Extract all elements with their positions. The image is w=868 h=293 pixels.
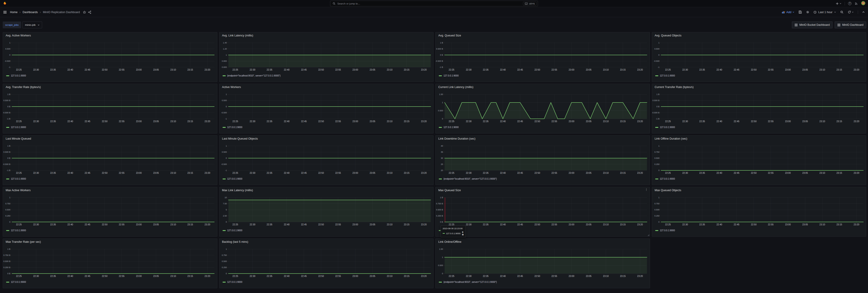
user-avatar[interactable] — [861, 1, 865, 6]
legend-series-label[interactable]: {endpoint="localhost:9010", server="127.… — [227, 74, 281, 77]
legend-series-label[interactable]: 127.0.0.1:9000 — [227, 281, 243, 283]
dashboard-settings-button[interactable] — [806, 10, 809, 14]
legend-series-label[interactable]: 127.0.0.1:9000 — [11, 281, 26, 283]
legend-series-color[interactable] — [655, 75, 658, 76]
favorite-star-button[interactable] — [83, 11, 86, 14]
x-axis-tick-label: 22:35 — [483, 275, 489, 278]
legend-series-label[interactable]: {endpoint="localhost:9010", server="127.… — [443, 281, 497, 283]
x-axis-tick-label: 22:25 — [232, 120, 238, 123]
legend-series-label[interactable]: 127.0.0.1:9000 — [11, 126, 26, 129]
panel-menu-button[interactable]: ⋮ — [645, 188, 648, 191]
legend-series-color[interactable] — [6, 75, 9, 76]
x-axis-tick-label: 22:25 — [449, 69, 454, 71]
breadcrumb-home[interactable]: Home — [10, 11, 18, 14]
variable-label: scrape_jobs — [3, 22, 21, 28]
panel-chart[interactable]: 1.5010.500022:2522:3022:3522:4022:4522:5… — [436, 90, 650, 124]
x-axis-tick-label: 23:20 — [421, 223, 427, 226]
legend-series-label[interactable]: 127.0.0.1:9000 — [660, 229, 675, 232]
panel-chart[interactable]: 403530252022:2522:3022:3522:4022:4522:50… — [436, 141, 650, 175]
y-axis-tick-label: -1 B — [7, 169, 10, 171]
collapse-toolbar-button[interactable] — [862, 11, 865, 13]
legend-series-color[interactable] — [222, 230, 226, 231]
y-axis-tick-label: 0.750 — [222, 254, 227, 256]
legend-series-label[interactable]: 127.0.0.1:9000 — [227, 177, 243, 180]
legend-series-label[interactable]: 127.0.0.1:9000 — [660, 74, 675, 77]
panel-chart[interactable]: 1 B0.500 B0 B-0.500 B-1 B22:2522:3022:35… — [652, 90, 866, 124]
panel-chart[interactable]: 1 B0.750 B0.500 B0.250 B0 B22:2522:3022:… — [436, 193, 650, 227]
legend-series-color[interactable] — [655, 178, 658, 180]
legend-series-label[interactable]: 127.0.0.1:9000 — [443, 74, 459, 77]
legend-series-label[interactable]: 127.0.0.1:9000 — [660, 126, 675, 129]
zoom-out-time-button[interactable] — [840, 10, 843, 14]
panel-chart[interactable]: 10.5000-0.500-122:2522:3022:3522:4022:45… — [3, 38, 217, 72]
panel-chart[interactable]: 1 B0.750 B0.500 B0.250 B0 B22:2522:3022:… — [3, 245, 217, 279]
legend-series-color[interactable] — [222, 282, 226, 283]
panel-chart[interactable]: 1 B0.500 B0 B-0.500 B-1 B22:2522:3022:35… — [3, 141, 217, 175]
panel-chart[interactable]: 10.7500.5000.250022:2522:3022:3522:4022:… — [652, 193, 866, 227]
panel-chart[interactable]: 1.401.2010.8000.60022:2522:3022:3522:402… — [219, 38, 434, 72]
legend-series-label[interactable]: 127.0.0.1:9000 — [227, 229, 243, 232]
panel-chart[interactable]: 1.5010.500022:2522:3022:3522:4022:4522:5… — [436, 245, 650, 279]
add-panel-button[interactable]: Add — [782, 11, 795, 14]
legend-series-color[interactable] — [222, 75, 226, 76]
y-axis-tick-label: 0 — [442, 118, 443, 120]
grafana-logo-icon — [3, 1, 7, 6]
save-dashboard-button[interactable] — [799, 10, 802, 14]
legend-series-label[interactable]: 127.0.0.1:9000 — [11, 74, 26, 77]
legend-series-color[interactable] — [222, 178, 226, 180]
x-axis-tick-label: 22:40 — [500, 223, 506, 226]
panel-resize-handle[interactable] — [648, 234, 649, 236]
panel-chart[interactable]: 10.5000-0.500-122:2522:3022:3522:4022:45… — [219, 90, 434, 124]
legend-series-label[interactable]: 127.0.0.1:9000 — [11, 177, 26, 180]
legend-series-color[interactable] — [6, 282, 9, 283]
legend-series-color[interactable] — [222, 127, 226, 128]
legend-series-color[interactable] — [655, 127, 658, 128]
legend-series-color[interactable] — [6, 178, 9, 180]
link-minio-bucket-dashboard[interactable]: MinIO Bucket Dashboard — [792, 22, 833, 28]
panel-chart[interactable]: 10.7500.5000.250022:2522:3022:3522:4022:… — [219, 245, 434, 279]
help-icon[interactable]: ? — [848, 2, 851, 5]
panel-chart[interactable]: 1 B0.500 B0 B-0.500 B-1 B22:2522:3022:35… — [436, 38, 650, 72]
x-axis-tick-label: 23:05 — [586, 223, 592, 226]
legend-series-color[interactable] — [439, 178, 442, 180]
legend-series-color[interactable] — [6, 127, 9, 128]
grafana-logo[interactable] — [3, 1, 7, 6]
y-axis-tick-label: 0.250 B — [3, 266, 10, 268]
x-axis-tick-label: 22:25 — [665, 223, 671, 226]
y-axis-tick-label: 0.500 — [654, 157, 659, 159]
panel-chart[interactable]: 10.7500.5000.250022:2522:3022:3522:4022:… — [652, 141, 866, 175]
legend-series-label[interactable]: 127.0.0.1:9000 — [443, 126, 459, 129]
new-button[interactable] — [836, 2, 841, 5]
time-range-picker[interactable]: Last 1 hour — [813, 11, 836, 14]
legend-series-label[interactable]: 127.0.0.1:9000 — [11, 229, 26, 232]
legend-series-label[interactable]: 127.0.0.1:9000 — [660, 177, 675, 180]
legend-series-color[interactable] — [439, 282, 442, 283]
legend-series-color[interactable] — [6, 230, 9, 231]
legend-series-color[interactable] — [439, 127, 442, 128]
link-minio-dashboard[interactable]: MinIO Dashboard — [835, 22, 866, 28]
search-input[interactable]: Search or jump to... ctrl+k — [330, 1, 538, 6]
refresh-button[interactable] — [848, 10, 854, 14]
news-icon[interactable] — [855, 2, 858, 5]
panel-chart[interactable]: 10.7500.5000.250022:2522:3022:3522:4022:… — [3, 193, 217, 227]
y-axis-tick-label: 0.250 — [654, 163, 659, 165]
panel-chart[interactable]: 10.5000-0.500-122:2522:3022:3522:4022:45… — [652, 38, 866, 72]
panel-chart[interactable]: 10.5000-0.500-122:2522:3022:3522:4022:45… — [219, 141, 434, 175]
breadcrumb-dashboards[interactable]: Dashboards — [23, 11, 38, 14]
legend-series-label[interactable]: 127.0.0.1:9000 — [227, 126, 243, 129]
share-button[interactable] — [88, 11, 91, 14]
legend-series-label[interactable]: {endpoint="localhost:9010", server="127.… — [443, 177, 497, 180]
y-axis-tick-label: -1 — [657, 66, 659, 68]
legend-series-color[interactable] — [439, 75, 442, 76]
x-axis-tick-label: 22:35 — [699, 69, 705, 71]
panel-chart[interactable]: 107.5052.50022:2522:3022:3522:4022:4522:… — [219, 193, 434, 227]
x-axis-tick-label: 22:35 — [50, 223, 56, 226]
x-axis-tick-label: 22:35 — [267, 223, 272, 226]
legend-series-color[interactable] — [655, 230, 658, 231]
x-axis-tick-label: 22:30 — [33, 69, 39, 71]
panel-chart[interactable]: 1 B0.500 B0 B-0.500 B-1 B22:2522:3022:35… — [3, 90, 217, 124]
x-axis-tick-label: 22:40 — [500, 69, 506, 71]
variable-value-dropdown[interactable]: minio-job — [23, 22, 42, 28]
menu-button[interactable] — [3, 11, 7, 14]
x-axis-tick-label: 23:05 — [802, 69, 808, 71]
